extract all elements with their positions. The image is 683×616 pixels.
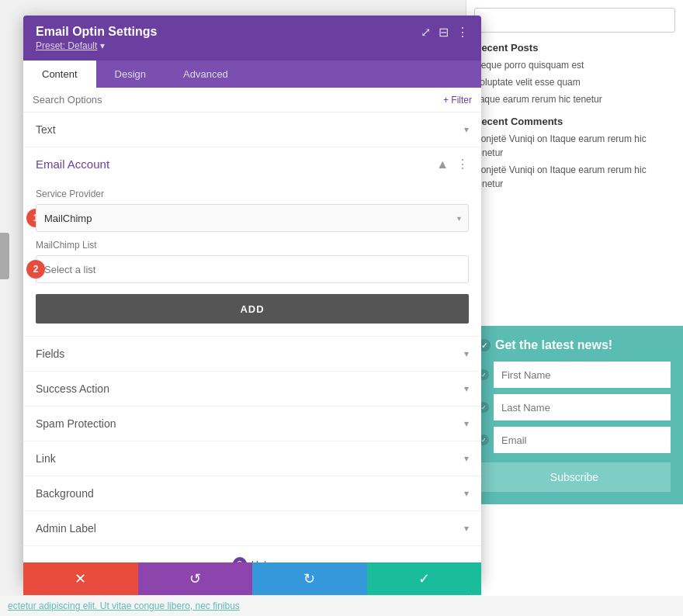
- text-section-row[interactable]: Text ▾: [23, 112, 481, 147]
- spam-protection-section-row[interactable]: Spam Protection ▾: [23, 407, 481, 441]
- search-bar: + Filter: [23, 88, 481, 112]
- recent-comment-2[interactable]: Donjetë Vuniqi on Itaque earum rerum hic…: [474, 163, 675, 191]
- fullscreen-icon[interactable]: ⤢: [421, 25, 431, 40]
- tabs-row: Content Design Advanced: [23, 61, 481, 88]
- add-button[interactable]: ADD: [36, 294, 469, 324]
- filter-button[interactable]: + Filter: [443, 95, 472, 106]
- step-2-badge: 2: [26, 260, 45, 279]
- service-provider-label: Service Provider: [36, 189, 469, 199]
- success-action-chevron-icon: ▾: [464, 383, 469, 394]
- spam-protection-chevron-icon: ▾: [464, 418, 469, 429]
- right-sidebar: Recent Posts Neque porro quisquam est Vo…: [466, 0, 683, 616]
- save-button[interactable]: ✓: [367, 562, 482, 595]
- background-chevron-icon: ▾: [464, 488, 469, 499]
- subscribe-widget: ✓ Get the latest news! ✓ ✓ ✓ Subscribe: [466, 326, 683, 504]
- tab-advanced[interactable]: Advanced: [165, 61, 247, 88]
- fields-chevron-icon: ▾: [464, 348, 469, 359]
- panel-title: Email Optin Settings: [36, 25, 157, 39]
- panel-content: Text ▾ Email Account ▲ ⋮ Service Provide…: [23, 112, 481, 582]
- split-icon[interactable]: ⊟: [439, 25, 449, 40]
- more-icon[interactable]: ⋮: [456, 25, 469, 40]
- spam-protection-section-label: Spam Protection: [36, 417, 116, 430]
- admin-label-section-label: Admin Label: [36, 522, 96, 535]
- email-account-title: Email Account: [36, 157, 109, 171]
- panel-preset[interactable]: Preset: Default ▾: [36, 40, 157, 51]
- cancel-button[interactable]: ✕: [23, 562, 138, 595]
- mailchimp-list-row: 2: [36, 255, 469, 283]
- fields-section-row[interactable]: Fields ▾: [23, 337, 481, 372]
- bottom-rest: . Ut vitae congue libero, nec finibus: [95, 600, 240, 611]
- link-section-label: Link: [36, 452, 56, 465]
- email-account-body: Service Provider 1 MailChimp ▾ MailChimp…: [23, 189, 481, 336]
- email-more-icon[interactable]: ⋮: [456, 157, 469, 171]
- action-bar: ✕ ↺ ↻ ✓: [23, 562, 481, 595]
- redo-button[interactable]: ↻: [252, 562, 367, 595]
- main-panel: Email Optin Settings Preset: Default ▾ ⤢…: [23, 16, 481, 582]
- text-section-label: Text: [36, 123, 56, 136]
- mailchimp-list-input[interactable]: [36, 255, 469, 283]
- last-name-row: ✓: [478, 394, 671, 420]
- service-provider-select[interactable]: MailChimp: [36, 204, 469, 232]
- email-field[interactable]: [494, 427, 671, 453]
- panel-header: Email Optin Settings Preset: Default ▾ ⤢…: [23, 16, 481, 61]
- background-section-label: Background: [36, 487, 94, 500]
- recent-post-1[interactable]: Neque porro quisquam est: [474, 58, 675, 72]
- success-action-section-row[interactable]: Success Action ▾: [23, 372, 481, 407]
- widget-title: ✓ Get the latest news!: [478, 338, 671, 352]
- panel-title-area: Email Optin Settings Preset: Default ▾: [36, 25, 157, 51]
- tab-content[interactable]: Content: [23, 61, 96, 88]
- subscribe-button[interactable]: Subscribe: [478, 462, 671, 492]
- email-row: ✓: [478, 427, 671, 453]
- service-provider-select-wrapper: MailChimp ▾: [36, 204, 469, 232]
- mailchimp-list-label: MailChimp List: [36, 240, 469, 251]
- admin-label-section-row[interactable]: Admin Label ▾: [23, 511, 481, 546]
- panel-header-icons: ⤢ ⊟ ⋮: [421, 25, 469, 40]
- service-provider-row: 1 MailChimp ▾: [36, 204, 469, 232]
- success-action-section-label: Success Action: [36, 382, 109, 395]
- admin-label-chevron-icon: ▾: [464, 523, 469, 534]
- email-chevron-up-icon: ▲: [436, 157, 449, 171]
- recent-post-2[interactable]: Voluptate velit esse quam: [474, 75, 675, 89]
- email-account-header[interactable]: Email Account ▲ ⋮: [23, 147, 481, 181]
- link-chevron-icon: ▾: [464, 453, 469, 464]
- search-input[interactable]: [33, 94, 443, 106]
- sidebar-search-box[interactable]: [474, 8, 675, 33]
- bottom-text: ectetur adipiscing elit. Ut vitae congue…: [0, 596, 683, 616]
- email-account-icons: ▲ ⋮: [436, 157, 469, 171]
- last-name-field[interactable]: [494, 394, 671, 420]
- recent-posts-title: Recent Posts: [474, 42, 675, 54]
- recent-post-3[interactable]: Itaque earum rerum hic tenetur: [474, 92, 675, 106]
- tab-design[interactable]: Design: [96, 61, 165, 88]
- recent-comments-title: Recent Comments: [474, 116, 675, 127]
- text-chevron-icon: ▾: [464, 124, 469, 135]
- bottom-link[interactable]: ectetur adipiscing elit: [8, 600, 95, 611]
- link-section-row[interactable]: Link ▾: [23, 441, 481, 476]
- first-name-row: ✓: [478, 362, 671, 388]
- undo-button[interactable]: ↺: [138, 562, 253, 595]
- left-bar: [0, 233, 9, 279]
- background-section-row[interactable]: Background ▾: [23, 476, 481, 511]
- first-name-field[interactable]: [494, 362, 671, 388]
- email-account-section: Email Account ▲ ⋮ Service Provider 1 Mai…: [23, 147, 481, 337]
- recent-comment-1[interactable]: Donjetë Vuniqi on Itaque earum rerum hic…: [474, 132, 675, 160]
- fields-section-label: Fields: [36, 348, 64, 360]
